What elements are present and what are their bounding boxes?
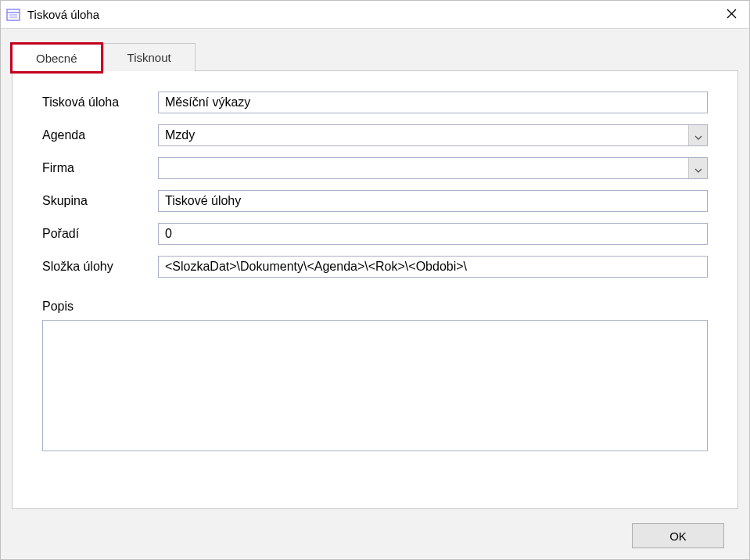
label-description: Popis: [42, 300, 708, 314]
window-title: Tisková úloha: [27, 8, 99, 21]
input-group[interactable]: [158, 190, 708, 212]
input-task[interactable]: [158, 92, 708, 113]
tab-print[interactable]: Tisknout: [103, 43, 196, 71]
combo-company-button[interactable]: [688, 158, 707, 178]
close-icon: [727, 8, 737, 21]
row-task: Tisková úloha: [42, 92, 708, 113]
input-order[interactable]: [158, 223, 708, 245]
label-folder: Složka úlohy: [42, 260, 158, 274]
ok-button[interactable]: OK: [632, 523, 724, 548]
titlebar: Tisková úloha: [1, 1, 749, 29]
app-icon: [5, 7, 21, 23]
row-folder: Složka úlohy: [42, 256, 708, 278]
label-order: Pořadí: [42, 227, 158, 241]
combo-company: [158, 157, 708, 179]
row-agenda: Agenda: [42, 124, 708, 146]
label-agenda: Agenda: [42, 128, 158, 142]
close-button[interactable]: [713, 1, 749, 29]
row-company: Firma: [42, 157, 708, 179]
button-row: OK: [12, 509, 738, 548]
tab-general-label: Obecné: [36, 52, 77, 65]
input-folder[interactable]: [158, 256, 708, 278]
client-area: Obecné Tisknout Tisková úloha Agenda: [1, 29, 749, 559]
tab-general[interactable]: Obecné: [12, 44, 102, 72]
form-rows: Tisková úloha Agenda: [42, 92, 708, 278]
textarea-description[interactable]: [42, 320, 708, 451]
row-order: Pořadí: [42, 223, 708, 245]
titlebar-left: Tisková úloha: [5, 7, 99, 23]
combo-agenda: [158, 124, 708, 146]
combo-agenda-button[interactable]: [688, 125, 707, 145]
row-group: Skupina: [42, 190, 708, 212]
label-company: Firma: [42, 161, 158, 175]
chevron-down-icon: [694, 162, 702, 175]
tab-strip: Obecné Tisknout: [12, 43, 738, 71]
combo-company-input[interactable]: [159, 158, 688, 178]
combo-agenda-input[interactable]: [159, 125, 688, 145]
label-task: Tisková úloha: [42, 95, 158, 109]
chevron-down-icon: [694, 129, 702, 142]
ok-button-label: OK: [669, 529, 687, 543]
tab-pane-general: Tisková úloha Agenda: [12, 70, 738, 509]
tab-print-label: Tisknout: [127, 51, 171, 64]
dialog-window: Tisková úloha Obecné Tisknout Tiskov: [0, 0, 750, 560]
label-group: Skupina: [42, 194, 158, 208]
